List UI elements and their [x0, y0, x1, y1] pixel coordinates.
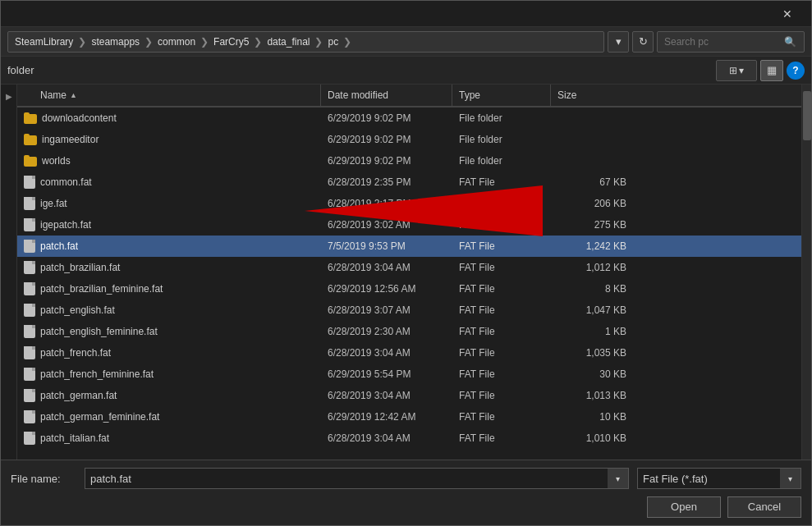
- main-area: ▶ Name ▲ Date modified Type Size: [1, 85, 811, 460]
- file-icon: [24, 218, 35, 231]
- table-row[interactable]: patch_english.fat 6/28/2019 3:07 AM FAT …: [17, 300, 801, 321]
- file-row-date: 6/29/2019 9:02 PM: [321, 134, 452, 145]
- sidebar: ▶: [1, 85, 17, 460]
- file-row-size: 1,013 KB: [551, 390, 633, 401]
- table-row[interactable]: ige.fat 6/28/2019 2:17 PM FAT File 206 K…: [17, 193, 801, 214]
- file-row-size: 1,035 KB: [551, 347, 633, 359]
- breadcrumb-part-1[interactable]: steamapps: [91, 36, 140, 48]
- table-row[interactable]: patch_german.fat 6/28/2019 3:04 AM FAT F…: [17, 385, 801, 406]
- col-size-header[interactable]: Size: [551, 85, 633, 106]
- file-icon: [24, 389, 35, 402]
- breadcrumb-part-0[interactable]: SteamLibrary: [15, 36, 73, 48]
- file-icon: [24, 410, 35, 423]
- file-row-type: FAT File: [452, 240, 551, 252]
- scroll-thumb[interactable]: [803, 91, 811, 140]
- file-row-date: 6/29/2019 9:02 PM: [321, 155, 452, 167]
- search-icon: 🔍: [784, 36, 796, 48]
- file-row-type: FAT File: [452, 283, 551, 295]
- file-row-name: patch.fat: [17, 240, 321, 253]
- file-row-type: File folder: [452, 112, 551, 124]
- file-icon: [24, 282, 35, 295]
- table-row[interactable]: patch_brazilian_feminine.fat 6/29/2019 1…: [17, 278, 801, 300]
- file-row-date: 6/28/2019 2:35 PM: [321, 176, 452, 188]
- search-input[interactable]: [664, 36, 779, 48]
- file-name-text: downloadcontent: [42, 112, 117, 124]
- file-row-type: FAT File: [452, 198, 551, 209]
- breadcrumb-part-5[interactable]: pc: [328, 36, 338, 48]
- file-row-size: 275 KB: [551, 219, 633, 231]
- file-open-dialog: ✕ SteamLibrary ❯ steamapps ❯ common ❯ Fa…: [0, 0, 812, 526]
- file-row-date: 6/28/2019 3:02 AM: [321, 219, 452, 231]
- close-button[interactable]: ✕: [768, 2, 806, 26]
- cancel-button[interactable]: Cancel: [727, 496, 801, 518]
- scrollbar[interactable]: [801, 85, 811, 460]
- breadcrumb-path[interactable]: SteamLibrary ❯ steamapps ❯ common ❯ FarC…: [7, 31, 604, 53]
- breadcrumb-part-3[interactable]: FarCry5: [213, 36, 249, 48]
- file-row-type: FAT File: [452, 390, 551, 401]
- breadcrumb-part-4[interactable]: data_final: [267, 36, 310, 48]
- file-row-name: patch_german.fat: [17, 389, 321, 402]
- file-row-name: patch_brazilian_feminine.fat: [17, 282, 321, 295]
- col-date-header[interactable]: Date modified: [321, 85, 452, 106]
- file-name-text: common.fat: [40, 176, 92, 188]
- file-row-name: downloadcontent: [17, 112, 321, 124]
- col-type-header[interactable]: Type: [452, 85, 551, 106]
- table-row[interactable]: ingameeditor 6/29/2019 9:02 PM File fold…: [17, 129, 801, 150]
- table-row[interactable]: patch_french_feminine.fat 6/29/2019 5:54…: [17, 364, 801, 385]
- file-row-type: FAT File: [452, 219, 551, 231]
- table-row[interactable]: patch_brazilian.fat 6/28/2019 3:04 AM FA…: [17, 257, 801, 278]
- breadcrumb-controls: ▾ ↻: [608, 31, 654, 53]
- view-large-btn[interactable]: ▦: [760, 60, 783, 81]
- sidebar-expand-btn[interactable]: ▶: [2, 89, 16, 103]
- open-button[interactable]: Open: [647, 496, 721, 518]
- filename-label: File name:: [11, 473, 76, 485]
- file-icon: [24, 346, 35, 359]
- file-row-date: 6/28/2019 3:04 AM: [321, 262, 452, 273]
- breadcrumb-refresh-btn[interactable]: ↻: [632, 31, 654, 53]
- table-row[interactable]: common.fat 6/28/2019 2:35 PM FAT File 67…: [17, 172, 801, 193]
- help-button[interactable]: ?: [787, 62, 805, 80]
- table-row[interactable]: patch.fat 7/5/2019 9:53 PM FAT File 1,24…: [17, 236, 801, 257]
- toolbar-left: folder: [7, 64, 34, 76]
- col-name-header[interactable]: Name ▲: [17, 85, 321, 106]
- breadcrumb-sep-3: ❯: [254, 36, 262, 48]
- file-row-type: FAT File: [452, 368, 551, 380]
- filetype-select[interactable]: Fat File (*.fat): [637, 468, 801, 489]
- file-row-date: 7/5/2019 9:53 PM: [321, 240, 452, 252]
- view-details-btn[interactable]: ⊞ ▾: [716, 60, 757, 81]
- col-date-label: Date modified: [328, 89, 388, 101]
- file-row-size: 1,047 KB: [551, 304, 633, 316]
- table-row[interactable]: patch_english_feminine.fat 6/28/2019 2:3…: [17, 321, 801, 342]
- file-list[interactable]: downloadcontent 6/29/2019 9:02 PM File f…: [17, 107, 801, 460]
- view-details-icon: ⊞: [729, 65, 737, 76]
- file-row-name: igepatch.fat: [17, 218, 321, 231]
- breadcrumb-part-2[interactable]: common: [158, 36, 195, 48]
- folder-icon: [24, 134, 37, 145]
- file-name-text: patch_english.fat: [40, 304, 115, 316]
- title-bar: ✕: [1, 1, 811, 27]
- table-row[interactable]: patch_italian.fat 6/28/2019 3:04 AM FAT …: [17, 428, 801, 449]
- file-name-text: patch_french_feminine.fat: [40, 368, 154, 380]
- table-row[interactable]: patch_french.fat 6/28/2019 3:04 AM FAT F…: [17, 342, 801, 364]
- toolbar-folder-label: folder: [7, 64, 34, 76]
- file-name-text: patch_german_feminine.fat: [40, 411, 159, 423]
- file-row-date: 6/28/2019 2:17 PM: [321, 198, 452, 209]
- table-row[interactable]: downloadcontent 6/29/2019 9:02 PM File f…: [17, 107, 801, 129]
- file-row-size: 1 KB: [551, 326, 633, 337]
- table-row[interactable]: patch_german_feminine.fat 6/29/2019 12:4…: [17, 406, 801, 428]
- table-row[interactable]: worlds 6/29/2019 9:02 PM File folder: [17, 150, 801, 172]
- breadcrumb-sep-4: ❯: [314, 36, 323, 48]
- filename-dropdown-btn[interactable]: ▾: [608, 468, 629, 489]
- filename-input[interactable]: [85, 468, 629, 489]
- breadcrumb-dropdown-btn[interactable]: ▾: [608, 31, 629, 53]
- file-row-date: 6/29/2019 5:54 PM: [321, 368, 452, 380]
- file-row-size: 8 KB: [551, 283, 633, 295]
- file-row-type: FAT File: [452, 347, 551, 359]
- file-name-text: patch_brazilian.fat: [40, 262, 120, 273]
- file-row-name: ige.fat: [17, 197, 321, 210]
- toolbar-right: ⊞ ▾ ▦ ?: [716, 60, 805, 81]
- file-row-size: 1,010 KB: [551, 432, 633, 444]
- table-row[interactable]: igepatch.fat 6/28/2019 3:02 AM FAT File …: [17, 214, 801, 236]
- col-type-label: Type: [459, 89, 480, 101]
- file-row-type: FAT File: [452, 304, 551, 316]
